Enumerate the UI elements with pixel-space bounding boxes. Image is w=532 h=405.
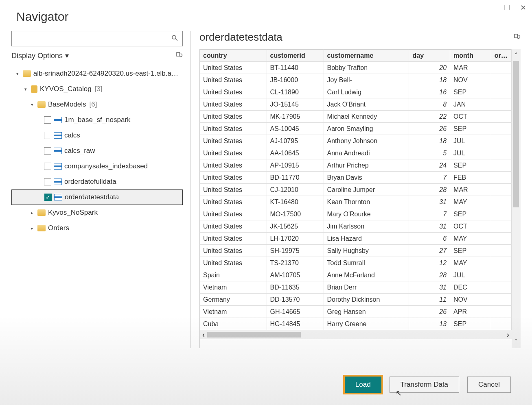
table-row[interactable]: United StatesMK-17905Michael Kennedy22OC…: [200, 111, 512, 123]
maximize-icon[interactable]: ☐: [504, 3, 510, 12]
tree-table-item[interactable]: 1m_base_sf_nospark: [11, 112, 183, 128]
table-row[interactable]: United StatesJK-15625Jim Karlsson31OCT: [200, 220, 512, 233]
display-options-dropdown[interactable]: Display Options ▾: [11, 51, 69, 60]
column-header[interactable]: customername: [324, 50, 409, 62]
cell-country: United States: [200, 62, 267, 74]
table-row[interactable]: United StatesAA-10645Anna Andreadi5JUL: [200, 147, 512, 159]
table-row[interactable]: United StatesJO-15145Jack O'Briant8JAN: [200, 98, 512, 111]
table-row[interactable]: CubaHG-14845Harry Greene13SEP: [200, 318, 512, 330]
column-header[interactable]: day: [409, 50, 450, 62]
tree-table-item[interactable]: calcs_raw: [11, 143, 183, 159]
cell-order: [491, 306, 511, 318]
tree-folder-item[interactable]: ▸Orders: [11, 220, 183, 236]
cell-month: JUL: [450, 147, 491, 159]
table-row[interactable]: United StatesAS-10045Aaron Smayling26SEP: [200, 123, 512, 135]
table-row[interactable]: United StatesLH-17020Lisa Hazard6MAY: [200, 233, 512, 245]
tree-table-item[interactable]: ✓orderdatetestdata: [11, 189, 183, 205]
cell-day: 11: [409, 294, 450, 306]
table-row[interactable]: VietnamGH-14665Greg Hansen26APR: [200, 306, 512, 318]
transform-data-button[interactable]: Transform Data: [390, 377, 459, 393]
cell-customername: Greg Hansen: [324, 306, 409, 318]
cell-day: 28: [409, 269, 450, 281]
refresh-tree-icon[interactable]: [175, 51, 183, 60]
table-row[interactable]: United StatesCJ-12010Caroline Jumper28MA…: [200, 184, 512, 196]
tree-folder-label: Orders: [48, 224, 69, 232]
table-row[interactable]: United StatesJB-16000Joy Bell-18NOV: [200, 74, 512, 86]
tree-table-item[interactable]: companysales_indexbased: [11, 159, 183, 174]
cell-customerid: LH-17020: [267, 233, 324, 245]
cell-customerid: SH-19975: [267, 245, 324, 257]
table-row[interactable]: VietnamBD-11635Brian Derr31DEC: [200, 281, 512, 294]
tree-basemodels[interactable]: ▾ BaseModels [6]: [11, 97, 183, 112]
cell-country: Vietnam: [200, 306, 267, 318]
tree-catalog[interactable]: ▾ KYVOS_Catalog [3]: [11, 81, 183, 97]
close-icon[interactable]: ✕: [520, 3, 526, 12]
table-row[interactable]: United StatesKT-16480Kean Thornton31MAY: [200, 196, 512, 208]
cell-customerid: AM-10705: [267, 269, 324, 281]
cell-month: SEP: [450, 245, 491, 257]
checkbox[interactable]: [44, 178, 51, 185]
checkbox[interactable]: [44, 163, 51, 170]
cell-month: OCT: [450, 111, 491, 123]
scroll-thumb[interactable]: [513, 61, 519, 207]
column-header[interactable]: customerid: [267, 50, 324, 62]
table-row[interactable]: United StatesMO-17500Mary O'Rourke7SEP: [200, 208, 512, 220]
cell-customername: Brian Derr: [324, 281, 409, 294]
vertical-scrollbar[interactable]: ˄ ˅: [512, 49, 521, 348]
cell-order: [491, 233, 511, 245]
column-header[interactable]: month: [450, 50, 491, 62]
table-row[interactable]: United StatesBD-11770Bryan Davis7FEB: [200, 172, 512, 184]
table-row[interactable]: United StatesSH-19975Sally Hughsby27SEP: [200, 245, 512, 257]
tree-basemodels-count: [6]: [90, 100, 97, 109]
table-row[interactable]: United StatesBT-11440Bobby Trafton20MAR: [200, 62, 512, 74]
cell-country: United States: [200, 196, 267, 208]
scroll-left-icon[interactable]: ‹: [202, 331, 205, 339]
caret-down-icon: ▾: [29, 102, 35, 107]
tree-table-item[interactable]: orderdatefulldata: [11, 174, 183, 189]
cell-month: JUL: [450, 269, 491, 281]
cancel-button[interactable]: Cancel: [467, 377, 511, 393]
cell-customerid: BD-11770: [267, 172, 324, 184]
table-row[interactable]: United StatesTS-21370Todd Sumrall12MAY: [200, 257, 512, 269]
tree-root-label: alb-srinadh20242-624920320.us-east-1.elb…: [33, 70, 183, 78]
tree-table-item[interactable]: calcs: [11, 128, 183, 143]
cell-day: 28: [409, 184, 450, 196]
scroll-down-icon[interactable]: ˅: [514, 338, 518, 346]
table-row[interactable]: United StatesAP-10915Arthur Prichep24SEP: [200, 159, 512, 172]
checkbox[interactable]: [44, 132, 51, 139]
search-input[interactable]: [11, 31, 183, 46]
tree-root[interactable]: ▾ alb-srinadh20242-624920320.us-east-1.e…: [11, 66, 183, 81]
refresh-preview-icon[interactable]: [513, 33, 521, 42]
checkbox[interactable]: ✓: [44, 194, 52, 201]
scroll-up-icon[interactable]: ˄: [514, 52, 518, 59]
table-icon: [54, 148, 62, 154]
caret-down-icon: ▾: [15, 71, 20, 76]
cell-customerid: KT-16480: [267, 196, 324, 208]
cell-month: MAY: [450, 257, 491, 269]
checkbox[interactable]: [44, 116, 51, 124]
scroll-right-icon[interactable]: ›: [507, 331, 509, 339]
table-row[interactable]: GermanyDD-13570Dorothy Dickinson11NOV: [200, 294, 512, 306]
cell-day: 5: [409, 147, 450, 159]
scroll-thumb[interactable]: [207, 332, 301, 338]
checkbox[interactable]: [44, 147, 51, 155]
column-header[interactable]: order: [491, 50, 511, 62]
cell-day: 20: [409, 62, 450, 74]
caret-right-icon: ▸: [29, 210, 35, 216]
cell-country: United States: [200, 257, 267, 269]
cell-order: [491, 111, 511, 123]
cell-country: Vietnam: [200, 281, 267, 294]
column-header[interactable]: country: [200, 50, 267, 62]
table-icon: [54, 132, 62, 139]
table-row[interactable]: SpainAM-10705Anne McFarland28JUL: [200, 269, 512, 281]
tree-folder-item[interactable]: ▸Kyvos_NoSpark: [11, 205, 183, 220]
horizontal-scrollbar[interactable]: ‹ ›: [200, 330, 512, 339]
load-button[interactable]: Load: [345, 377, 381, 393]
caret-right-icon: ▸: [29, 226, 35, 231]
table-row[interactable]: United StatesAJ-10795Anthony Johnson18JU…: [200, 135, 512, 147]
cell-country: Germany: [200, 294, 267, 306]
table-row[interactable]: United StatesCL-11890Carl Ludwig16SEP: [200, 86, 512, 98]
tree-table-label: orderdatetestdata: [65, 193, 119, 201]
folder-icon: [37, 101, 46, 108]
tree-table-label: companysales_indexbased: [64, 162, 148, 170]
